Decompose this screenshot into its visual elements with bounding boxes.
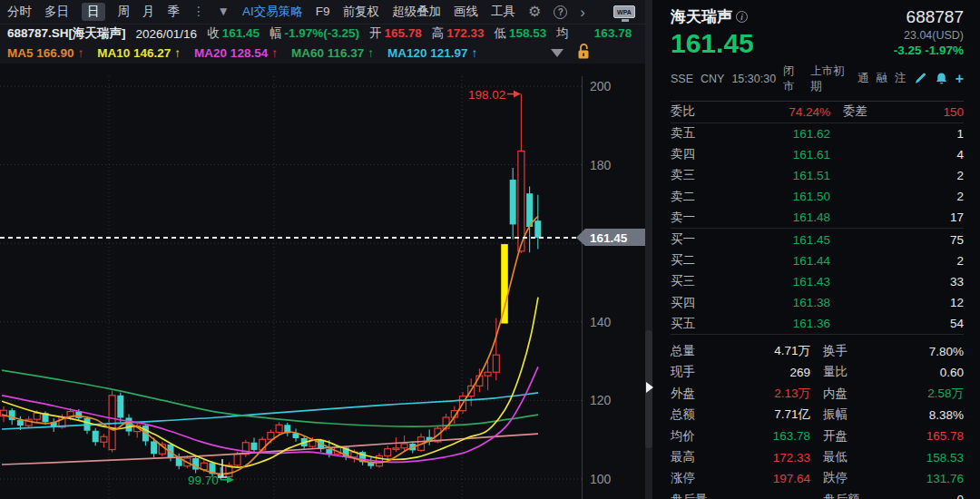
stat-label: 换手 bbox=[823, 343, 876, 359]
bid-volume: 2 bbox=[830, 254, 964, 268]
collapse-arrow-icon bbox=[646, 382, 653, 393]
bid-price: 161.36 bbox=[729, 317, 830, 330]
toolbar-item-月[interactable]: 月 bbox=[142, 5, 155, 18]
stats-row: 外盘2.13万内盘2.58万 bbox=[671, 383, 964, 404]
quote-field-value: 163.78 bbox=[594, 26, 632, 40]
wpa-overlay-icon[interactable]: WPA bbox=[613, 5, 637, 24]
quote-field-label: 均 bbox=[556, 26, 569, 40]
candle bbox=[126, 415, 132, 436]
candle bbox=[510, 168, 516, 240]
unlock-icon[interactable] bbox=[577, 43, 591, 63]
status-item-闭市: 闭市 bbox=[783, 64, 803, 94]
ask-levels: 卖五161.621卖四161.614卖三161.512卖二161.502卖一16… bbox=[671, 123, 964, 230]
order-book-row[interactable]: 买一161.4575 bbox=[671, 229, 964, 250]
quote-field-label: 收 bbox=[207, 26, 220, 40]
status-item-融: 融 bbox=[877, 71, 888, 86]
stock-code: 688787 bbox=[906, 7, 964, 27]
price-tag-text: 161.45 bbox=[590, 231, 628, 245]
y-axis-label: 120 bbox=[590, 393, 612, 407]
order-book-row[interactable]: 买三161.4333 bbox=[671, 271, 964, 292]
stats-row: 涨停197.64跌停131.76 bbox=[671, 468, 964, 489]
bid-label: 买五 bbox=[671, 316, 729, 332]
candle bbox=[117, 393, 123, 422]
order-book-row[interactable]: 卖三161.512 bbox=[671, 165, 964, 186]
ask-label: 卖一 bbox=[671, 210, 729, 226]
toolbar-item-季[interactable]: 季 bbox=[168, 5, 181, 18]
stats-row: 总量4.71万换手7.80% bbox=[671, 340, 964, 361]
high-annotation: 198.02 bbox=[468, 88, 505, 102]
ask-label: 卖五 bbox=[671, 125, 729, 142]
gear-icon[interactable]: ⚙ bbox=[528, 5, 541, 19]
ask-volume: 17 bbox=[830, 210, 964, 224]
stat-value: 4.71万 bbox=[727, 343, 810, 359]
weicha-label: 委差 bbox=[843, 103, 867, 120]
candle bbox=[226, 463, 232, 479]
stat-value: 8.38% bbox=[876, 408, 964, 422]
edit-icon[interactable] bbox=[914, 72, 927, 85]
quote-field-label: 高 bbox=[432, 26, 445, 40]
symbol-label: 688787.SH[海天瑞声] bbox=[7, 25, 126, 42]
toolbar-item-超级叠加[interactable]: 超级叠加 bbox=[392, 5, 441, 18]
last-price: 161.45 bbox=[671, 29, 754, 58]
status-item-注: 注 bbox=[895, 71, 906, 86]
toolbar-item-日[interactable]: 日 bbox=[82, 3, 105, 21]
chart-dropdown-icon[interactable] bbox=[551, 49, 564, 57]
toolbar-item-前复权[interactable]: 前复权 bbox=[342, 5, 379, 18]
status-line: SSECNY15:30:30闭市上市初期通融注+ bbox=[671, 64, 964, 102]
bid-price: 161.38 bbox=[729, 296, 830, 309]
toolbar-item-AI交易策略[interactable]: AI交易策略 bbox=[242, 5, 303, 18]
status-item-CNY: CNY bbox=[701, 73, 724, 85]
quote-field-value: 161.45 bbox=[222, 26, 260, 40]
bid-volume: 54 bbox=[830, 317, 964, 330]
toolbar-item-画线[interactable]: 画线 bbox=[454, 5, 478, 18]
stat-value: 269 bbox=[727, 366, 810, 379]
ask-price: 161.61 bbox=[729, 148, 830, 161]
menu-dots-icon[interactable]: ⋮ bbox=[192, 5, 205, 18]
candle bbox=[134, 422, 141, 437]
stat-label: 外盘 bbox=[671, 386, 727, 402]
bid-volume: 33 bbox=[830, 275, 964, 289]
stat-label: 均价 bbox=[671, 428, 727, 445]
ask-price: 161.48 bbox=[729, 210, 830, 224]
toolbar-item-工具[interactable]: 工具 bbox=[491, 5, 515, 18]
status-item-上市初期: 上市初期 bbox=[810, 64, 850, 94]
toolbar-item-周[interactable]: 周 bbox=[118, 5, 131, 18]
stat-label: 盘后额 bbox=[823, 492, 876, 499]
high-annotation-arrowhead bbox=[514, 91, 521, 98]
add-watchlist-icon[interactable]: + bbox=[956, 72, 964, 86]
order-book-row[interactable]: 卖一161.4817 bbox=[671, 207, 964, 228]
stat-label: 盘后量 bbox=[671, 492, 727, 499]
candle bbox=[242, 440, 249, 457]
toolbar-item-F9[interactable]: F9 bbox=[316, 5, 330, 18]
order-book-row[interactable]: 买二161.442 bbox=[671, 250, 964, 271]
candle bbox=[526, 186, 533, 252]
candle bbox=[93, 428, 99, 445]
dropdown-arrow-icon[interactable]: ▼ bbox=[218, 5, 230, 18]
alert-bell-icon[interactable] bbox=[935, 72, 948, 85]
ma-line-ma60 bbox=[2, 370, 538, 426]
panel-collapse-handle[interactable] bbox=[645, 330, 652, 448]
toolbar-item-多日[interactable]: 多日 bbox=[44, 5, 69, 18]
candlestick-chart[interactable]: 200180140120100161.45198.0299.70 bbox=[0, 0, 647, 499]
order-book-row[interactable]: 卖四161.614 bbox=[671, 144, 964, 165]
ask-volume: 2 bbox=[830, 169, 964, 182]
stat-value: 163.78 bbox=[727, 429, 810, 443]
order-book-row[interactable]: 买五161.3654 bbox=[671, 313, 964, 334]
chevron-icon[interactable]: › bbox=[580, 5, 585, 20]
ma-item-MA5: MA5 166.90↑ bbox=[7, 46, 83, 60]
stat-value: 197.64 bbox=[727, 472, 810, 485]
order-book-row[interactable]: 卖五161.621 bbox=[671, 123, 964, 144]
ma-trend-arrow: ↑ bbox=[472, 46, 478, 60]
candle bbox=[385, 445, 391, 458]
bid-levels: 买一161.4575买二161.442买三161.4333买四161.3812买… bbox=[671, 229, 964, 335]
toolbar-item-分时[interactable]: 分时 bbox=[7, 5, 32, 18]
stat-value: 2.13万 bbox=[727, 386, 810, 402]
info-icon[interactable]: i bbox=[736, 11, 748, 23]
help-icon[interactable]: ? bbox=[554, 5, 567, 19]
stat-value: 165.78 bbox=[876, 429, 964, 443]
order-book-row[interactable]: 卖二161.502 bbox=[671, 186, 964, 207]
quote-panel: 海天瑞声 i 688787 161.45 23.04(USD) -3.25 -1… bbox=[652, 0, 980, 499]
ma-item-MA120: MA120 121.97↑ bbox=[387, 46, 477, 60]
order-book-row[interactable]: 买四161.3812 bbox=[671, 292, 964, 313]
date-label: 2026/01/16 bbox=[136, 27, 198, 41]
